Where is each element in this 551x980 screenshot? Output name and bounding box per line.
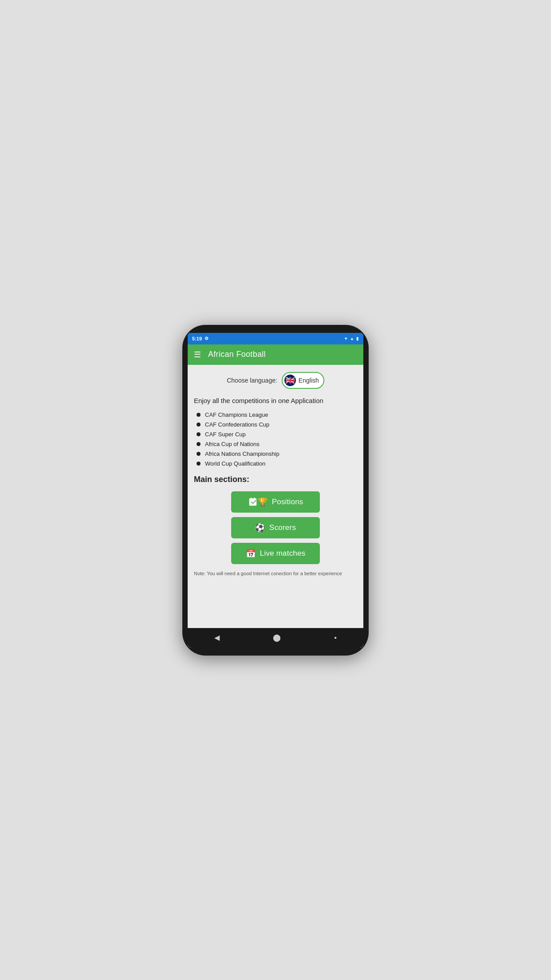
scorers-label: Scorers: [269, 523, 296, 532]
competition-name: Africa Nations Championship: [205, 450, 279, 457]
tagline-text: Enjoy all the competitions in one Applic…: [194, 396, 357, 405]
bullet-icon: [197, 452, 201, 456]
language-row: Choose language: 🇬🇧 English: [194, 372, 357, 389]
battery-icon: ▮: [356, 336, 359, 341]
competition-name: CAF Champions League: [205, 411, 268, 418]
bullet-icon: [197, 432, 201, 436]
trophy-icon: 🏆: [248, 497, 268, 507]
app-bar: ☰ African Football: [188, 344, 363, 365]
gear-icon: ⚙: [205, 336, 209, 341]
wifi-icon: ▼: [344, 336, 348, 341]
list-item: World Cup Qualification: [197, 460, 357, 467]
competition-name: Africa Cup of Nations: [205, 441, 260, 447]
list-item: CAF Super Cup: [197, 431, 357, 438]
phone-frame: 5:19 ⚙ ▼ ▲ ▮ ☰ African Football Choose l…: [182, 325, 369, 656]
competition-name: World Cup Qualification: [205, 460, 265, 467]
live-matches-button[interactable]: 📅 Live matches: [231, 543, 320, 564]
bullet-icon: [197, 462, 201, 466]
back-button[interactable]: ◀: [206, 630, 228, 645]
flag-icon: 🇬🇧: [284, 375, 296, 386]
bullet-icon: [197, 442, 201, 446]
list-item: CAF Champions League: [197, 411, 357, 418]
app-title: African Football: [208, 350, 266, 359]
signal-icon: ▲: [350, 336, 354, 341]
calendar-icon: 📅: [246, 549, 256, 558]
list-item: Africa Nations Championship: [197, 450, 357, 457]
recents-button[interactable]: ▪: [326, 630, 345, 645]
list-item: CAF Confederations Cup: [197, 421, 357, 428]
bullet-icon: [197, 413, 201, 417]
section-buttons: 🏆 Positions ⚽ Scorers 📅 Live matches: [194, 491, 357, 564]
language-selector[interactable]: 🇬🇧 English: [282, 372, 324, 389]
scorers-button[interactable]: ⚽ Scorers: [231, 517, 320, 538]
competition-name: CAF Super Cup: [205, 431, 246, 438]
list-item: Africa Cup of Nations: [197, 441, 357, 447]
language-label: Choose language:: [227, 377, 277, 384]
menu-button[interactable]: ☰: [194, 351, 201, 359]
competition-name: CAF Confederations Cup: [205, 421, 269, 428]
home-button[interactable]: ⬤: [265, 630, 289, 645]
bullet-icon: [197, 423, 201, 427]
sections-title: Main sections:: [194, 475, 357, 484]
note-text: Note: You will need a good Internet cone…: [194, 570, 357, 577]
phone-screen: 5:19 ⚙ ▼ ▲ ▮ ☰ African Football Choose l…: [188, 333, 363, 648]
positions-button[interactable]: 🏆 Positions: [231, 491, 320, 513]
status-bar: 5:19 ⚙ ▼ ▲ ▮: [188, 333, 363, 344]
positions-label: Positions: [272, 498, 303, 506]
live-matches-label: Live matches: [260, 549, 306, 558]
bottom-nav: ◀ ⬤ ▪: [188, 628, 363, 648]
scorers-icon: ⚽: [255, 523, 265, 533]
language-name: English: [299, 377, 319, 384]
main-content: Choose language: 🇬🇧 English Enjoy all th…: [188, 365, 363, 628]
status-time: 5:19: [192, 336, 202, 341]
competition-list: CAF Champions League CAF Confederations …: [194, 411, 357, 467]
